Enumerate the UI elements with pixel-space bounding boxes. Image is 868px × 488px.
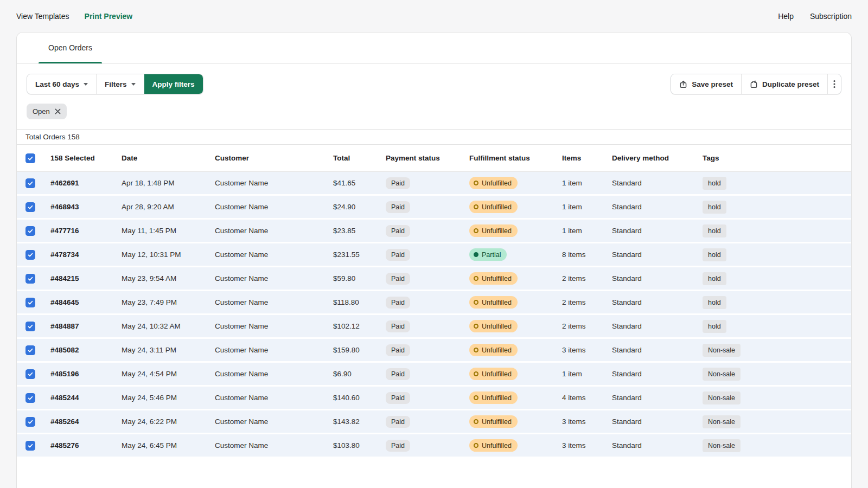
- payment-status-badge: Paid: [386, 368, 410, 380]
- table-row: #485276 May 24, 6:45 PM Customer Name $1…: [17, 434, 851, 458]
- fulfillment-badge: Unfulfilled: [469, 296, 518, 309]
- row-checkbox[interactable]: [25, 441, 35, 451]
- close-icon[interactable]: [55, 108, 61, 114]
- row-checkbox[interactable]: [25, 417, 35, 427]
- preset-button-group: Save preset Duplicate preset: [671, 74, 841, 94]
- table-row: #484645 May 23, 7:49 PM Customer Name $1…: [17, 291, 851, 315]
- row-checkbox[interactable]: [25, 322, 35, 331]
- row-checkbox[interactable]: [25, 298, 35, 307]
- table-header-row: 158 Selected Date Customer Total Payment…: [17, 145, 851, 172]
- fulfillment-label: Unfulfilled: [482, 323, 512, 330]
- top-bar: View Templates Print Preview Help Subscr…: [0, 0, 868, 32]
- order-items: 2 items: [562, 298, 612, 306]
- fulfillment-badge: Partial: [469, 248, 507, 261]
- filters-label: Filters: [105, 80, 127, 88]
- table-row: #485082 May 24, 3:11 PM Customer Name $1…: [17, 339, 851, 363]
- row-checkbox[interactable]: [25, 178, 35, 188]
- filter-chip-open[interactable]: Open: [27, 104, 67, 119]
- filters-dropdown[interactable]: Filters: [96, 74, 144, 94]
- save-preset-button[interactable]: Save preset: [671, 74, 741, 94]
- order-date: May 24, 10:32 AM: [122, 322, 215, 330]
- fulfillment-badge: Unfulfilled: [469, 368, 518, 380]
- duplicate-preset-button[interactable]: Duplicate preset: [741, 74, 827, 94]
- apply-filters-button[interactable]: Apply filters: [144, 74, 203, 94]
- order-items: 3 items: [562, 418, 612, 426]
- order-date: May 23, 9:54 AM: [122, 274, 215, 282]
- orders-card: Open Orders Last 60 days Filters Apply f…: [16, 32, 852, 488]
- order-id: #484645: [50, 298, 122, 306]
- payment-status-badge: Paid: [386, 297, 410, 309]
- row-checkbox[interactable]: [25, 393, 35, 403]
- row-checkbox[interactable]: [25, 226, 35, 236]
- order-items: 1 item: [562, 203, 612, 211]
- order-delivery: Standard: [612, 203, 703, 211]
- header-fulfillment-status: Fulfillment status: [469, 154, 562, 162]
- order-id: #468943: [50, 203, 122, 211]
- tab-open-orders[interactable]: Open Orders: [39, 32, 102, 63]
- fulfillment-label: Unfulfilled: [482, 227, 512, 235]
- order-customer: Customer Name: [215, 322, 333, 330]
- order-delivery: Standard: [612, 418, 703, 426]
- order-items: 1 item: [562, 227, 612, 235]
- header-payment-status: Payment status: [386, 154, 469, 162]
- view-templates-link[interactable]: View Templates: [16, 12, 69, 21]
- order-customer: Customer Name: [215, 298, 333, 306]
- payment-status-badge: Paid: [386, 177, 410, 189]
- chevron-down-icon: [131, 83, 136, 86]
- order-tag: hold: [703, 296, 726, 309]
- order-items: 1 item: [562, 179, 612, 187]
- fulfillment-badge: Unfulfilled: [469, 344, 518, 356]
- table-row: #468943 Apr 28, 9:20 AM Customer Name $2…: [17, 196, 851, 220]
- fulfillment-badge: Unfulfilled: [469, 391, 518, 404]
- order-id: #485082: [50, 346, 122, 354]
- fulfillment-dot-icon: [474, 419, 478, 424]
- date-range-label: Last 60 days: [35, 80, 79, 88]
- fulfillment-label: Unfulfilled: [482, 442, 512, 450]
- filter-toolbar: Last 60 days Filters Apply filters Save: [17, 64, 851, 94]
- total-orders-label: Total Orders 158: [25, 133, 80, 141]
- order-items: 1 item: [562, 370, 612, 378]
- payment-status-badge: Paid: [386, 344, 410, 356]
- date-range-dropdown[interactable]: Last 60 days: [27, 74, 96, 94]
- order-date: May 12, 10:31 PM: [122, 251, 215, 259]
- order-delivery: Standard: [612, 227, 703, 235]
- row-checkbox[interactable]: [25, 345, 35, 355]
- order-total: $140.60: [333, 394, 386, 402]
- order-tag: Non-sale: [703, 439, 741, 452]
- help-link[interactable]: Help: [778, 12, 794, 21]
- order-tag: hold: [703, 320, 726, 333]
- subscription-link[interactable]: Subscription: [810, 12, 852, 21]
- order-total: $6.90: [333, 370, 386, 378]
- row-checkbox[interactable]: [25, 250, 35, 260]
- order-delivery: Standard: [612, 251, 703, 259]
- order-date: Apr 28, 9:20 AM: [122, 203, 215, 211]
- table-row: #462691 Apr 18, 1:48 PM Customer Name $4…: [17, 172, 851, 196]
- order-id: #484887: [50, 322, 122, 330]
- order-customer: Customer Name: [215, 251, 333, 259]
- payment-status-badge: Paid: [386, 201, 410, 213]
- order-customer: Customer Name: [215, 179, 333, 187]
- fulfillment-badge: Unfulfilled: [469, 177, 518, 189]
- row-checkbox[interactable]: [25, 274, 35, 284]
- order-date: May 24, 5:46 PM: [122, 394, 215, 402]
- row-checkbox[interactable]: [25, 202, 35, 212]
- filter-button-group: Last 60 days Filters Apply filters: [27, 74, 203, 94]
- tab-bar: Open Orders: [17, 33, 851, 64]
- order-id: #485264: [50, 418, 122, 426]
- print-preview-link[interactable]: Print Preview: [85, 12, 133, 21]
- active-tab-underline: [39, 62, 102, 63]
- fulfillment-dot-icon: [474, 252, 478, 257]
- fulfillment-dot-icon: [474, 324, 478, 329]
- save-icon: [679, 80, 687, 88]
- row-checkbox[interactable]: [25, 369, 35, 379]
- header-selected-count: 158 Selected: [50, 154, 122, 162]
- order-customer: Customer Name: [215, 394, 333, 402]
- order-delivery: Standard: [612, 179, 703, 187]
- fulfillment-dot-icon: [474, 300, 478, 305]
- order-tag: hold: [703, 272, 726, 285]
- fulfillment-dot-icon: [474, 204, 478, 209]
- fulfillment-badge: Unfulfilled: [469, 439, 518, 452]
- select-all-checkbox[interactable]: [25, 153, 35, 163]
- order-tag: hold: [703, 248, 726, 261]
- more-actions-button[interactable]: [827, 74, 841, 94]
